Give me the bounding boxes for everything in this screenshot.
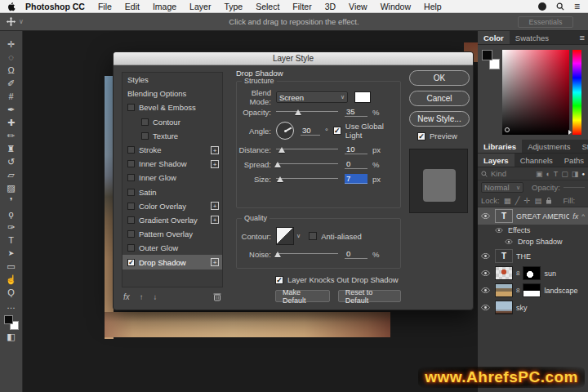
styles-item-stroke[interactable]: Stroke+ bbox=[122, 143, 222, 157]
filter-toggle-icon[interactable]: ● bbox=[581, 172, 585, 176]
menu-select[interactable]: Select bbox=[249, 2, 286, 11]
eyedropper-tool-icon[interactable]: ✒ bbox=[2, 103, 20, 116]
styles-item-inner-glow[interactable]: Inner Glow bbox=[122, 171, 222, 185]
add-color-overlay-icon[interactable]: + bbox=[211, 202, 219, 210]
opacity-field[interactable]: 35 bbox=[345, 107, 368, 117]
preview-checkbox[interactable]: ✓ bbox=[417, 132, 425, 140]
cancel-button[interactable]: Cancel bbox=[409, 91, 470, 106]
filter-kind-label[interactable]: Kind bbox=[491, 169, 506, 178]
checkbox-bevel-emboss[interactable] bbox=[127, 104, 135, 111]
visibility-eye-icon[interactable] bbox=[479, 287, 492, 293]
layer-row-great-american[interactable]: T GREAT AMERICAN WE... fx ^ bbox=[478, 207, 588, 225]
layer-row-landscape[interactable]: 8 landscape bbox=[478, 282, 588, 299]
foreground-background-swatches[interactable] bbox=[4, 315, 19, 330]
filter-smart-objects-icon[interactable]: ◨ bbox=[572, 170, 579, 178]
checkbox-stroke[interactable] bbox=[127, 146, 135, 154]
tab-adjustments[interactable]: Adjustments bbox=[522, 140, 576, 153]
healing-brush-tool-icon[interactable]: ✚ bbox=[2, 116, 20, 129]
use-global-light-checkbox[interactable]: ✓ bbox=[333, 127, 341, 135]
lock-pixels-icon[interactable]: ╱ bbox=[515, 196, 520, 205]
layer-row-the[interactable]: T THE bbox=[478, 247, 588, 265]
distance-slider[interactable] bbox=[276, 145, 338, 154]
brush-tool-icon[interactable]: ✏ bbox=[2, 129, 20, 142]
filter-pixel-layers-icon[interactable]: ▣ bbox=[536, 170, 543, 178]
delete-style-icon[interactable] bbox=[213, 292, 221, 301]
menu-3d[interactable]: 3D bbox=[318, 2, 342, 11]
foreground-color-swatch[interactable] bbox=[4, 315, 13, 324]
checkbox-color-overlay[interactable] bbox=[127, 203, 135, 210]
move-style-down-icon[interactable]: ↓ bbox=[154, 292, 158, 301]
checkbox-inner-glow[interactable] bbox=[127, 174, 135, 181]
styles-item-outer-glow[interactable]: Outer Glow bbox=[122, 241, 222, 255]
styles-item-bevel-emboss[interactable]: Bevel & Emboss bbox=[122, 100, 222, 114]
reset-default-button[interactable]: Reset to Default bbox=[338, 290, 401, 302]
layer-row-drop-shadow-effect[interactable]: Drop Shadow bbox=[478, 236, 588, 247]
crop-tool-icon[interactable]: # bbox=[2, 90, 20, 103]
tab-libraries[interactable]: Libraries bbox=[478, 140, 522, 153]
landscape-layer-thumbnail[interactable] bbox=[495, 283, 513, 297]
dialog-titlebar[interactable]: Layer Style bbox=[114, 52, 473, 65]
mask-link-icon[interactable]: 8 bbox=[516, 270, 519, 277]
tab-channels[interactable]: Channels bbox=[514, 154, 559, 167]
add-inner-shadow-icon[interactable]: + bbox=[211, 160, 219, 168]
contour-chevron-icon[interactable]: ∨ bbox=[296, 233, 301, 239]
make-default-button[interactable]: Make Default bbox=[275, 290, 330, 302]
color-cursor[interactable] bbox=[505, 127, 510, 132]
edit-toolbar-icon[interactable]: … bbox=[2, 299, 20, 312]
menu-view[interactable]: View bbox=[342, 2, 374, 11]
quick-selection-tool-icon[interactable]: ✐ bbox=[2, 77, 20, 90]
menu-help[interactable]: Help bbox=[417, 2, 448, 11]
layer-row-effects[interactable]: Effects bbox=[478, 225, 588, 236]
lasso-tool-icon[interactable]: Ω bbox=[2, 64, 20, 77]
visibility-eye-icon[interactable] bbox=[479, 253, 492, 259]
styles-item-color-overlay[interactable]: Color Overlay+ bbox=[122, 199, 222, 213]
gradient-tool-icon[interactable]: ▨ bbox=[2, 181, 20, 194]
add-gradient-overlay-icon[interactable]: + bbox=[211, 216, 219, 224]
dodge-tool-icon[interactable]: ϙ bbox=[2, 207, 20, 220]
shadow-color-swatch[interactable] bbox=[354, 91, 371, 103]
distance-field[interactable]: 10 bbox=[345, 145, 368, 154]
zoom-tool-icon[interactable]: Ǫ bbox=[2, 286, 20, 299]
angle-field[interactable]: 30 bbox=[301, 126, 320, 136]
lock-position-icon[interactable]: ✛ bbox=[523, 196, 530, 205]
control-center-icon[interactable]: ≡ bbox=[574, 2, 580, 11]
size-slider[interactable] bbox=[276, 174, 338, 184]
styles-item-gradient-overlay[interactable]: Gradient Overlay+ bbox=[122, 213, 222, 227]
checkbox-outer-glow[interactable] bbox=[127, 244, 135, 252]
checkbox-pattern-overlay[interactable] bbox=[127, 230, 135, 238]
add-drop-shadow-icon[interactable]: + bbox=[211, 258, 219, 266]
tab-styles[interactable]: Styles bbox=[576, 140, 588, 153]
blend-mode-dropdown[interactable]: Screen ∨ bbox=[276, 91, 348, 103]
menu-edit[interactable]: Edit bbox=[118, 2, 146, 11]
noise-slider[interactable] bbox=[276, 249, 338, 259]
checkbox-contour[interactable] bbox=[141, 118, 149, 126]
panel-fg-bg-swatches[interactable] bbox=[482, 50, 500, 69]
menu-image[interactable]: Image bbox=[146, 2, 183, 11]
history-brush-tool-icon[interactable]: ↺ bbox=[2, 155, 20, 168]
checkbox-satin[interactable] bbox=[127, 189, 135, 196]
tab-swatches[interactable]: Swatches bbox=[510, 31, 555, 44]
opacity-slider[interactable] bbox=[276, 107, 338, 117]
lock-artboard-icon[interactable]: ▤ bbox=[534, 196, 541, 205]
panel-foreground-swatch[interactable] bbox=[482, 50, 492, 60]
menu-file[interactable]: File bbox=[91, 2, 118, 11]
search-icon[interactable] bbox=[556, 2, 564, 11]
visibility-eye-icon[interactable] bbox=[502, 239, 514, 244]
checkbox-gradient-overlay[interactable] bbox=[127, 216, 135, 224]
spread-slider[interactable] bbox=[276, 159, 338, 169]
eraser-tool-icon[interactable]: ▱ bbox=[2, 168, 20, 181]
pen-tool-icon[interactable]: ✑ bbox=[2, 220, 20, 234]
checkbox-drop-shadow-checked[interactable]: ✓ bbox=[127, 259, 135, 266]
text-layer-thumbnail[interactable]: T bbox=[495, 249, 513, 263]
styles-item-inner-shadow[interactable]: Inner Shadow+ bbox=[122, 157, 222, 171]
tab-paths[interactable]: Paths bbox=[559, 154, 588, 167]
hue-strip[interactable] bbox=[572, 50, 581, 135]
menu-filter[interactable]: Filter bbox=[286, 2, 318, 11]
mask-link-icon[interactable]: 8 bbox=[516, 287, 519, 294]
contour-picker[interactable] bbox=[276, 227, 294, 245]
sun-layer-thumbnail[interactable] bbox=[495, 266, 513, 280]
blur-tool-icon[interactable]: ❜ bbox=[2, 194, 20, 207]
add-stroke-icon[interactable]: + bbox=[211, 146, 219, 154]
shape-tool-icon[interactable]: ▭ bbox=[2, 260, 20, 273]
color-panel-menu-icon[interactable]: ≡ bbox=[577, 31, 588, 44]
